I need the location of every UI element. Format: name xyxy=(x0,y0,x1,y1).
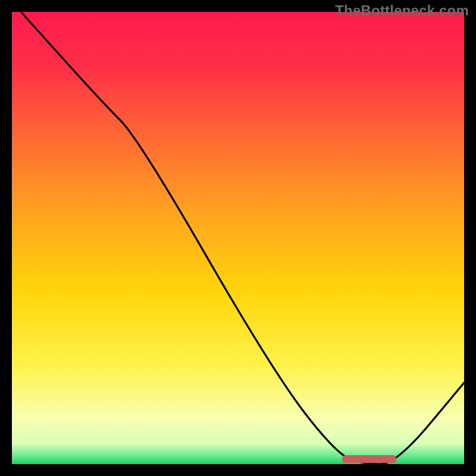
watermark-text: TheBottleneck.com xyxy=(335,2,469,19)
bottleneck-chart xyxy=(0,0,476,476)
plot-area xyxy=(12,12,464,464)
optimal-marker xyxy=(342,455,396,463)
gradient-background xyxy=(12,12,464,464)
chart-container: TheBottleneck.com xyxy=(0,0,476,476)
